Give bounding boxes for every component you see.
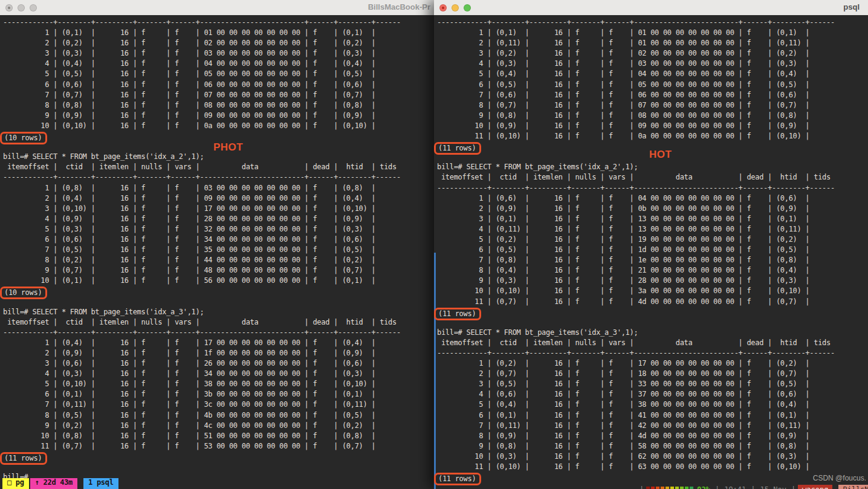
close-button[interactable] [5,4,13,11]
pane-guide-line [434,253,436,489]
minimize-button[interactable] [452,4,459,11]
table-row: 10 | (0,3) | 16 | f | f | 62 00 00 00 00… [437,452,868,462]
table-row: 5 | (0,10) | 16 | f | f | 38 00 00 00 00… [3,380,434,390]
row-count-badge: (11 rows) [434,142,481,155]
table-row: 2 | (0,11) | 16 | f | f | 01 00 00 00 00… [437,39,868,49]
table-row: 8 | (0,4) | 16 | f | f | 21 00 00 00 00 … [437,266,868,276]
load-meter-block [656,487,659,489]
table-row: 3 | (0,6) | 16 | f | f | 26 00 00 00 00 … [3,359,434,369]
table-row: 4 | (0,6) | 16 | f | f | 37 00 00 00 00 … [437,390,868,400]
row-count-line: (11 rows) [3,452,434,462]
tmux-status-segment: □ pg [2,478,29,489]
row-count-line: (10 rows) [3,132,434,142]
load-meter-block [646,487,650,489]
table-separator-line: ------------+--------+---------+-------+… [437,18,868,28]
table-row: 10 | (0,10) | 16 | f | f | 0a 00 00 00 0… [3,121,434,132]
table-row: 7 | (0,6) | 16 | f | f | 06 00 00 00 00 … [437,91,868,101]
battery-percent: 92% [697,485,710,489]
table-row: 1 | (0,8) | 16 | f | f | 03 00 00 00 00 … [3,184,434,194]
load-meter-block [651,487,655,489]
clock-date: 15 Nov [760,485,786,489]
tmux-window-tab[interactable]: 1 psql [83,478,118,489]
tmux-status-bar: □ pg↑ 22d 43m1 psql [2,478,118,489]
table-row: 8 | (0,8) | 16 | f | f | 08 00 00 00 00 … [3,101,434,111]
right-traffic-lights [439,4,471,11]
left-traffic-lights [5,4,37,11]
left-window-title: BillsMacBook-Pr [368,2,430,11]
right-window-title: psql [843,2,860,11]
left-terminal-screen[interactable]: ------------+--------+---------+-------+… [0,15,434,489]
table-row: 9 | (0,9) | 16 | f | f | 09 00 00 00 00 … [3,111,434,121]
table-row: 3 | (0,2) | 16 | f | f | 02 00 00 00 00 … [437,49,868,59]
table-row: 4 | (0,3) | 16 | f | f | 34 00 00 00 00 … [3,369,434,380]
minimize-button[interactable] [18,4,25,11]
load-meter-block [675,487,679,489]
table-row: 7 | (0,11) | 16 | f | f | 42 00 00 00 00… [437,421,868,432]
table-row: 6 | (0,5) | 16 | f | f | 05 00 00 00 00 … [437,80,868,91]
clock-time: 19:41 [724,485,746,489]
table-row: 4 | (0,4) | 16 | f | f | 04 00 00 00 00 … [3,59,434,70]
table-row: 9 | (0,2) | 16 | f | f | 4c 00 00 00 00 … [3,421,434,432]
status-text: | [791,485,795,489]
table-separator-line: ------------+--------+---------+-------+… [3,173,434,183]
table-separator-line: ------------+--------+---------+-------+… [3,18,434,28]
table-row: 11 | (0,10) | 16 | f | f | 0a 00 00 00 0… [437,132,868,142]
table-row: 8 | (0,9) | 16 | f | f | 4d 00 00 00 00 … [437,432,868,442]
row-count-line: (10 rows) [3,287,434,297]
zoom-button[interactable] [30,4,37,11]
psql-query-line: bill=# SELECT * FROM bt_page_items('idx_… [437,163,868,173]
table-separator-line: ------------+--------+---------+-------+… [3,328,434,338]
table-row: 9 | (0,8) | 16 | f | f | 08 00 00 00 00 … [437,111,868,121]
close-button[interactable] [439,4,447,11]
table-row: 7 | (0,11) | 16 | f | f | 3c 00 00 00 00… [3,400,434,410]
table-row: 7 | (0,5) | 16 | f | f | 35 00 00 00 00 … [3,245,434,256]
status-text: | [715,485,719,489]
table-row: 3 | (0,5) | 16 | f | f | 33 00 00 00 00 … [437,380,868,390]
table-row: 6 | (0,6) | 16 | f | f | 34 00 00 00 00 … [3,235,434,245]
table-separator-line: ------------+--------+---------+-------+… [437,349,868,359]
left-terminal-output: ------------+--------+---------+-------+… [3,18,434,483]
table-row: 1 | (0,2) | 16 | f | f | 17 00 00 00 00 … [437,359,868,369]
tmux-status-segment: ↑ 22d 43m [30,478,77,489]
psql-query-line: bill=# SELECT * FROM bt_page_items('idx_… [437,328,868,338]
row-count-badge: (11 rows) [434,473,481,485]
left-titlebar[interactable]: BillsMacBook-Pr [0,0,434,16]
table-row: 5 | (0,4) | 16 | f | f | 04 00 00 00 00 … [437,70,868,80]
status-bar-clipped: |92%|19:41|15 Nov|wacongBillsMacBook-Pro [637,484,868,489]
table-row: 1 | (0,4) | 16 | f | f | 17 00 00 00 00 … [3,338,434,349]
row-count-badge: (11 rows) [0,452,47,465]
zoom-button[interactable] [464,4,471,11]
right-terminal-output: ------------+--------+---------+-------+… [437,18,868,489]
table-row: 6 | (0,6) | 16 | f | f | 06 00 00 00 00 … [3,80,434,91]
table-row: 6 | (0,5) | 16 | f | f | 1d 00 00 00 00 … [437,245,868,256]
table-header-line: itemoffset | ctid | itemlen | nulls | va… [3,163,434,173]
table-row: 9 | (0,8) | 16 | f | f | 58 00 00 00 00 … [437,442,868,452]
table-row: 10 | (0,9) | 16 | f | f | 09 00 00 00 00… [437,121,868,132]
table-row: 8 | (0,2) | 16 | f | f | 44 00 00 00 00 … [3,256,434,266]
table-row: 10 | (0,8) | 16 | f | f | 51 00 00 00 00… [3,432,434,442]
table-row: 9 | (0,3) | 16 | f | f | 28 00 00 00 00 … [437,276,868,287]
blank-line [3,297,434,308]
table-row: 1 | (0,1) | 16 | f | f | 01 00 00 00 00 … [3,28,434,39]
load-meter-block [690,487,693,489]
table-row: 1 | (0,1) | 16 | f | f | 01 00 00 00 00 … [437,28,868,39]
row-count-line: (11 rows) [437,308,868,318]
table-row: 11 | (0,7) | 16 | f | f | 53 00 00 00 00… [3,442,434,452]
phot-annotation: PHOT [213,141,243,154]
hot-annotation: HOT [649,149,672,161]
right-terminal-screen[interactable]: ------------+--------+---------+-------+… [434,15,868,489]
table-row: 5 | (0,5) | 16 | f | f | 05 00 00 00 00 … [3,70,434,80]
watermark: CSDN @foucus. [813,474,866,482]
table-row: 2 | (0,7) | 16 | f | f | 18 00 00 00 00 … [437,369,868,380]
table-row: 3 | (0,3) | 16 | f | f | 03 00 00 00 00 … [3,49,434,59]
table-row: 2 | (0,9) | 16 | f | f | 0b 00 00 00 00 … [437,204,868,215]
table-header-line: itemoffset | ctid | itemlen | nulls | va… [437,338,868,349]
row-count-badge: (11 rows) [434,308,481,320]
table-header-line: itemoffset | ctid | itemlen | nulls | va… [3,318,434,328]
status-text: | [751,485,755,489]
table-row: 4 | (0,9) | 16 | f | f | 28 00 00 00 00 … [3,215,434,225]
load-meter-block [670,487,674,489]
psql-query-line: bill=# SELECT * FROM bt_page_items('idx_… [3,152,434,163]
table-row: 6 | (0,1) | 16 | f | f | 41 00 00 00 00 … [437,411,868,421]
right-titlebar[interactable]: psql [434,0,868,16]
